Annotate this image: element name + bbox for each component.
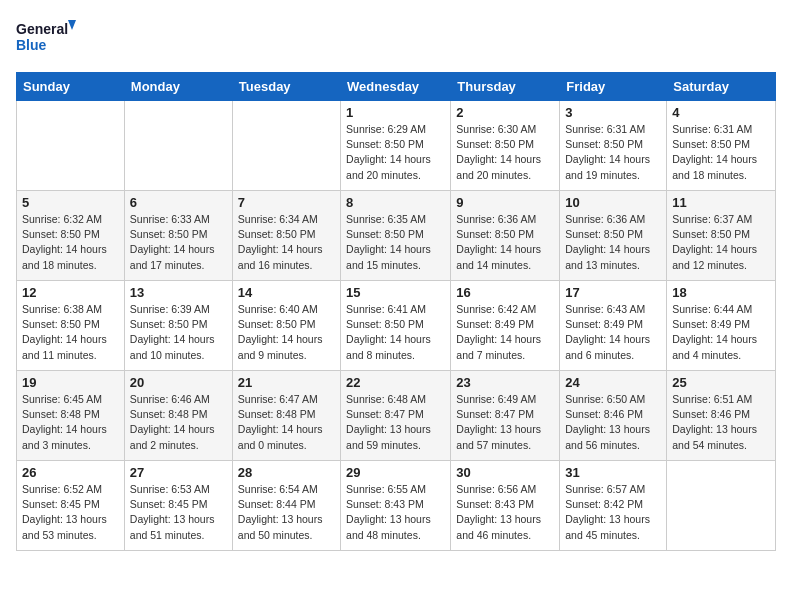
calendar-cell: 7Sunrise: 6:34 AMSunset: 8:50 PMDaylight… (232, 191, 340, 281)
day-info: Sunrise: 6:48 AMSunset: 8:47 PMDaylight:… (346, 392, 445, 453)
day-number: 23 (456, 375, 554, 390)
calendar-cell (667, 461, 776, 551)
day-info: Sunrise: 6:50 AMSunset: 8:46 PMDaylight:… (565, 392, 661, 453)
day-number: 7 (238, 195, 335, 210)
calendar-cell: 26Sunrise: 6:52 AMSunset: 8:45 PMDayligh… (17, 461, 125, 551)
day-number: 2 (456, 105, 554, 120)
svg-marker-2 (68, 20, 76, 30)
header-thursday: Thursday (451, 73, 560, 101)
calendar-cell: 31Sunrise: 6:57 AMSunset: 8:42 PMDayligh… (560, 461, 667, 551)
svg-text:Blue: Blue (16, 37, 47, 53)
day-number: 8 (346, 195, 445, 210)
day-number: 24 (565, 375, 661, 390)
calendar-cell: 2Sunrise: 6:30 AMSunset: 8:50 PMDaylight… (451, 101, 560, 191)
day-info: Sunrise: 6:36 AMSunset: 8:50 PMDaylight:… (565, 212, 661, 273)
calendar-cell: 1Sunrise: 6:29 AMSunset: 8:50 PMDaylight… (341, 101, 451, 191)
day-info: Sunrise: 6:29 AMSunset: 8:50 PMDaylight:… (346, 122, 445, 183)
calendar-cell: 18Sunrise: 6:44 AMSunset: 8:49 PMDayligh… (667, 281, 776, 371)
calendar-cell: 6Sunrise: 6:33 AMSunset: 8:50 PMDaylight… (124, 191, 232, 281)
day-number: 31 (565, 465, 661, 480)
day-info: Sunrise: 6:54 AMSunset: 8:44 PMDaylight:… (238, 482, 335, 543)
header-sunday: Sunday (17, 73, 125, 101)
day-info: Sunrise: 6:52 AMSunset: 8:45 PMDaylight:… (22, 482, 119, 543)
calendar-cell: 19Sunrise: 6:45 AMSunset: 8:48 PMDayligh… (17, 371, 125, 461)
calendar-cell (124, 101, 232, 191)
day-info: Sunrise: 6:35 AMSunset: 8:50 PMDaylight:… (346, 212, 445, 273)
day-number: 17 (565, 285, 661, 300)
day-number: 4 (672, 105, 770, 120)
calendar-cell: 27Sunrise: 6:53 AMSunset: 8:45 PMDayligh… (124, 461, 232, 551)
calendar-cell (17, 101, 125, 191)
day-number: 6 (130, 195, 227, 210)
week-row-3: 12Sunrise: 6:38 AMSunset: 8:50 PMDayligh… (17, 281, 776, 371)
day-number: 16 (456, 285, 554, 300)
day-number: 12 (22, 285, 119, 300)
day-number: 25 (672, 375, 770, 390)
day-info: Sunrise: 6:45 AMSunset: 8:48 PMDaylight:… (22, 392, 119, 453)
day-number: 10 (565, 195, 661, 210)
day-number: 22 (346, 375, 445, 390)
day-number: 9 (456, 195, 554, 210)
logo: General Blue (16, 16, 76, 60)
day-number: 27 (130, 465, 227, 480)
page-header: General Blue (16, 16, 776, 60)
day-info: Sunrise: 6:56 AMSunset: 8:43 PMDaylight:… (456, 482, 554, 543)
day-number: 29 (346, 465, 445, 480)
calendar-cell: 8Sunrise: 6:35 AMSunset: 8:50 PMDaylight… (341, 191, 451, 281)
calendar-cell: 12Sunrise: 6:38 AMSunset: 8:50 PMDayligh… (17, 281, 125, 371)
week-row-2: 5Sunrise: 6:32 AMSunset: 8:50 PMDaylight… (17, 191, 776, 281)
day-info: Sunrise: 6:49 AMSunset: 8:47 PMDaylight:… (456, 392, 554, 453)
day-number: 28 (238, 465, 335, 480)
day-info: Sunrise: 6:38 AMSunset: 8:50 PMDaylight:… (22, 302, 119, 363)
header-wednesday: Wednesday (341, 73, 451, 101)
day-info: Sunrise: 6:57 AMSunset: 8:42 PMDaylight:… (565, 482, 661, 543)
day-number: 13 (130, 285, 227, 300)
calendar-cell: 22Sunrise: 6:48 AMSunset: 8:47 PMDayligh… (341, 371, 451, 461)
day-info: Sunrise: 6:39 AMSunset: 8:50 PMDaylight:… (130, 302, 227, 363)
day-info: Sunrise: 6:46 AMSunset: 8:48 PMDaylight:… (130, 392, 227, 453)
day-number: 19 (22, 375, 119, 390)
calendar-cell (232, 101, 340, 191)
day-number: 11 (672, 195, 770, 210)
logo-svg: General Blue (16, 16, 76, 60)
day-number: 14 (238, 285, 335, 300)
day-number: 30 (456, 465, 554, 480)
calendar-cell: 15Sunrise: 6:41 AMSunset: 8:50 PMDayligh… (341, 281, 451, 371)
calendar-cell: 17Sunrise: 6:43 AMSunset: 8:49 PMDayligh… (560, 281, 667, 371)
calendar-cell: 21Sunrise: 6:47 AMSunset: 8:48 PMDayligh… (232, 371, 340, 461)
day-info: Sunrise: 6:44 AMSunset: 8:49 PMDaylight:… (672, 302, 770, 363)
calendar-cell: 20Sunrise: 6:46 AMSunset: 8:48 PMDayligh… (124, 371, 232, 461)
day-info: Sunrise: 6:47 AMSunset: 8:48 PMDaylight:… (238, 392, 335, 453)
header-friday: Friday (560, 73, 667, 101)
calendar-cell: 25Sunrise: 6:51 AMSunset: 8:46 PMDayligh… (667, 371, 776, 461)
calendar-header-row: SundayMondayTuesdayWednesdayThursdayFrid… (17, 73, 776, 101)
calendar-table: SundayMondayTuesdayWednesdayThursdayFrid… (16, 72, 776, 551)
day-info: Sunrise: 6:42 AMSunset: 8:49 PMDaylight:… (456, 302, 554, 363)
calendar-cell: 4Sunrise: 6:31 AMSunset: 8:50 PMDaylight… (667, 101, 776, 191)
calendar-cell: 29Sunrise: 6:55 AMSunset: 8:43 PMDayligh… (341, 461, 451, 551)
calendar-cell: 16Sunrise: 6:42 AMSunset: 8:49 PMDayligh… (451, 281, 560, 371)
day-number: 20 (130, 375, 227, 390)
calendar-cell: 9Sunrise: 6:36 AMSunset: 8:50 PMDaylight… (451, 191, 560, 281)
day-number: 3 (565, 105, 661, 120)
calendar-cell: 13Sunrise: 6:39 AMSunset: 8:50 PMDayligh… (124, 281, 232, 371)
calendar-cell: 30Sunrise: 6:56 AMSunset: 8:43 PMDayligh… (451, 461, 560, 551)
day-info: Sunrise: 6:31 AMSunset: 8:50 PMDaylight:… (672, 122, 770, 183)
header-monday: Monday (124, 73, 232, 101)
day-info: Sunrise: 6:34 AMSunset: 8:50 PMDaylight:… (238, 212, 335, 273)
day-info: Sunrise: 6:53 AMSunset: 8:45 PMDaylight:… (130, 482, 227, 543)
calendar-cell: 10Sunrise: 6:36 AMSunset: 8:50 PMDayligh… (560, 191, 667, 281)
header-tuesday: Tuesday (232, 73, 340, 101)
day-info: Sunrise: 6:51 AMSunset: 8:46 PMDaylight:… (672, 392, 770, 453)
calendar-cell: 11Sunrise: 6:37 AMSunset: 8:50 PMDayligh… (667, 191, 776, 281)
week-row-1: 1Sunrise: 6:29 AMSunset: 8:50 PMDaylight… (17, 101, 776, 191)
day-info: Sunrise: 6:40 AMSunset: 8:50 PMDaylight:… (238, 302, 335, 363)
day-number: 18 (672, 285, 770, 300)
day-info: Sunrise: 6:32 AMSunset: 8:50 PMDaylight:… (22, 212, 119, 273)
day-number: 1 (346, 105, 445, 120)
calendar-cell: 28Sunrise: 6:54 AMSunset: 8:44 PMDayligh… (232, 461, 340, 551)
svg-text:General: General (16, 21, 68, 37)
day-number: 21 (238, 375, 335, 390)
day-info: Sunrise: 6:41 AMSunset: 8:50 PMDaylight:… (346, 302, 445, 363)
week-row-5: 26Sunrise: 6:52 AMSunset: 8:45 PMDayligh… (17, 461, 776, 551)
